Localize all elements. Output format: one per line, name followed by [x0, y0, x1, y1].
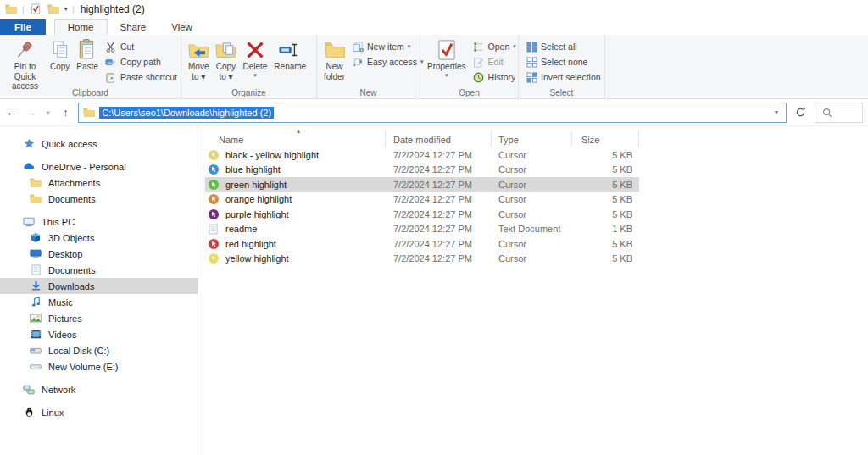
file-row-blue-highlight[interactable]: blue highlight7/2/2024 12:27 PMCursor5 K…: [205, 163, 639, 178]
file-size: 5 KB: [612, 164, 632, 175]
forward-button[interactable]: →: [25, 106, 38, 119]
cursor-circle: [209, 150, 219, 160]
sidebar-item-attachments[interactable]: Attachments: [0, 175, 198, 191]
tab-home[interactable]: Home: [54, 19, 108, 35]
sidebar-item-label: Desktop: [48, 249, 82, 259]
file-date-modified: 7/2/2024 12:27 PM: [393, 180, 472, 190]
file-row-purple-highlight[interactable]: purple highlight7/2/2024 12:27 PMCursor5…: [205, 207, 639, 222]
qat-new-folder-icon[interactable]: [47, 3, 60, 16]
sidebar-item-new-volume-e[interactable]: New Volume (E:): [0, 358, 198, 375]
recent-locations-caret-icon[interactable]: ▾: [43, 108, 53, 117]
file-type: Cursor: [498, 164, 526, 175]
file-row-yellow-highlight[interactable]: yellow highlight7/2/2024 12:27 PMCursor5…: [205, 252, 639, 267]
file-name: yellow highlight: [225, 253, 289, 264]
sidebar-item-linux[interactable]: Linux: [0, 404, 198, 420]
address-dropdown-caret-icon[interactable]: ▾: [771, 108, 782, 116]
easy-access-button[interactable]: Easy access▾: [352, 56, 423, 68]
up-button[interactable]: ↑: [59, 106, 73, 119]
button-label: to ▾: [219, 72, 232, 82]
column-header-type[interactable]: Type: [498, 135, 519, 145]
sidebar-item-desktop[interactable]: Desktop: [0, 246, 198, 262]
sidebar-item-label: Network: [42, 385, 75, 395]
pin-to-quick-access-button[interactable]: Pin to Quickaccess: [3, 37, 47, 92]
select-all-button[interactable]: Select all: [526, 41, 601, 53]
sidebar-item-downloads[interactable]: Downloads: [0, 278, 198, 294]
rename-button[interactable]: Rename: [270, 37, 309, 73]
sidebar-item-this-pc[interactable]: This PC: [0, 214, 198, 230]
column-divider[interactable]: [571, 130, 572, 147]
copy-button[interactable]: Copy: [47, 37, 73, 73]
title-bar: | ▾ | highlighted (2): [0, 0, 868, 18]
dropdown-caret-icon: ▾: [513, 43, 516, 50]
file-row-red-highlight[interactable]: red highlight7/2/2024 12:27 PMCursor5 KB: [205, 236, 639, 252]
sort-ascending-icon[interactable]: ▴: [297, 127, 300, 135]
tab-file[interactable]: File: [0, 19, 46, 35]
sidebar-item-3d-objects[interactable]: 3D Objects: [0, 230, 198, 246]
column-header-name[interactable]: Name: [219, 135, 243, 145]
refresh-button[interactable]: [793, 104, 809, 121]
file-row-black-yellow-highlight[interactable]: black - yellow highlight7/2/2024 12:27 P…: [205, 147, 639, 163]
small-button-column: Select allSelect noneInvert selection: [522, 37, 603, 83]
sidebar-item-videos[interactable]: Videos: [0, 326, 198, 342]
sidebar-item-documents[interactable]: Documents: [0, 262, 198, 278]
sidebar-item-quick-access[interactable]: Quick access: [0, 136, 198, 152]
select-all-icon: [526, 41, 537, 53]
file-date-modified: 7/2/2024 12:27 PM: [393, 164, 472, 175]
copy-path-icon: [105, 56, 117, 68]
paste-shortcut-button[interactable]: Paste shortcut: [105, 71, 177, 83]
sidebar-item-label: Downloads: [48, 281, 94, 291]
history-button[interactable]: History: [473, 71, 516, 83]
column-divider[interactable]: [491, 130, 492, 147]
sidebar-item-network[interactable]: Network: [0, 381, 198, 397]
button-label: Easy access: [367, 57, 417, 67]
sidebar-item-local-disk-c[interactable]: Local Disk (C:): [0, 342, 198, 358]
edit-button[interactable]: Edit: [473, 56, 516, 68]
sidebar-item-documents[interactable]: Documents: [0, 191, 198, 207]
copy-path-button[interactable]: Copy path: [105, 56, 177, 68]
move-to-button[interactable]: Moveto ▾: [185, 37, 212, 82]
search-input[interactable]: [815, 103, 863, 123]
folder-icon: [30, 177, 42, 189]
paste-button[interactable]: Paste: [73, 37, 102, 73]
column-divider[interactable]: [385, 130, 386, 147]
select-none-button[interactable]: Select none: [526, 56, 601, 68]
qat-customize-caret-icon[interactable]: ▾: [64, 5, 68, 13]
delete-button[interactable]: Delete▾: [239, 37, 270, 79]
file-row-readme[interactable]: readme7/2/2024 12:27 PMText Document1 KB: [205, 222, 639, 237]
file-row-green-highlight[interactable]: green highlight7/2/2024 12:27 PMCursor5 …: [205, 177, 639, 192]
tab-share[interactable]: Share: [108, 20, 159, 35]
file-type: Cursor: [498, 194, 526, 204]
file-date-modified: 7/2/2024 12:27 PM: [393, 209, 472, 219]
column-header-date[interactable]: Date modified: [393, 135, 451, 145]
cursor-file-icon: [209, 164, 219, 175]
file-size: 5 KB: [612, 253, 632, 264]
sidebar-item-label: Documents: [48, 194, 96, 204]
sidebar-item-label: Quick access: [42, 139, 97, 149]
ribbon-tab-bar: File Home Share View: [0, 18, 868, 35]
new-item-button[interactable]: New item▾: [352, 41, 423, 53]
new-folder-button[interactable]: Newfolder: [320, 37, 348, 82]
file-row-orange-highlight[interactable]: orange highlight7/2/2024 12:27 PMCursor5…: [205, 192, 639, 208]
cut-button[interactable]: Cut: [105, 41, 177, 53]
sidebar-item-onedrive-personal[interactable]: OneDrive - Personal: [0, 158, 198, 175]
ribbon-group-label: New: [317, 88, 420, 97]
invert-selection-button[interactable]: Invert selection: [526, 71, 601, 83]
cursor-file-icon: [209, 253, 219, 264]
open-button[interactable]: Open▾: [473, 41, 516, 53]
delete-icon: [245, 38, 265, 62]
tab-view[interactable]: View: [159, 20, 205, 35]
address-input[interactable]: C:\Users\seo1\Downloads\highlighted (2) …: [78, 103, 787, 123]
properties-button[interactable]: Properties▾: [424, 37, 470, 79]
ribbon-group-organize: Moveto ▾Copyto ▾Delete▾RenameOrganize: [181, 35, 317, 98]
sidebar-item-pictures[interactable]: Pictures: [0, 310, 198, 326]
copy-to-button[interactable]: Copyto ▾: [212, 37, 239, 82]
sidebar-item-label: Attachments: [48, 178, 100, 188]
qat-properties-icon[interactable]: [29, 3, 42, 16]
column-header-size[interactable]: Size: [581, 135, 599, 145]
column-header-row: ▴ Name Date modified Type Size: [205, 129, 639, 147]
column-divider[interactable]: [638, 130, 639, 147]
paste-icon: [78, 38, 97, 62]
sidebar-item-music[interactable]: Music: [0, 294, 198, 310]
back-button[interactable]: ←: [5, 106, 19, 119]
file-name: blue highlight: [225, 164, 281, 175]
